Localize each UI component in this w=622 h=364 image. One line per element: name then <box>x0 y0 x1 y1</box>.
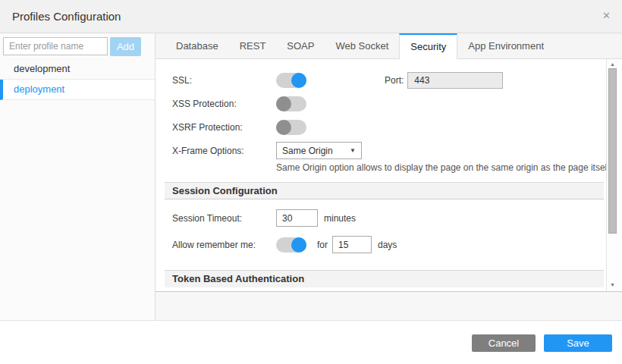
page-title: Profiles Configuration <box>0 0 622 33</box>
xss-row: XSS Protection: <box>172 95 599 112</box>
ssl-toggle[interactable] <box>276 73 306 88</box>
remember-me-toggle[interactable] <box>276 237 306 253</box>
profiles-sidebar: Add development deployment <box>0 33 156 320</box>
scroll-up-icon[interactable]: ▲ <box>607 61 618 68</box>
xsrf-row: XSRF Protection: <box>172 118 599 136</box>
tab-database[interactable]: Database <box>165 33 229 58</box>
remember-me-row: Allow remember me: for days <box>172 236 599 253</box>
dialog-footer: Cancel Save <box>0 321 622 363</box>
port-label: Port: <box>385 75 404 86</box>
dialog-header: Profiles Configuration ✕ <box>0 0 622 33</box>
toggle-knob <box>291 237 306 253</box>
session-timeout-input[interactable] <box>276 209 318 227</box>
profile-item-development[interactable]: development <box>0 59 155 80</box>
tab-soap[interactable]: SOAP <box>276 33 325 58</box>
token-authentication-header: Token Based Authentication <box>165 270 604 287</box>
xframe-label: X-Frame Options: <box>172 146 276 156</box>
close-icon[interactable]: ✕ <box>602 11 611 20</box>
xframe-hint-text: Same Origin option allows to display the… <box>276 162 599 173</box>
session-timeout-unit: minutes <box>324 213 356 224</box>
vertical-scrollbar[interactable]: ▲ ▼ <box>606 59 617 291</box>
profiles-configuration-dialog: Profiles Configuration ✕ Add development… <box>0 0 622 364</box>
remember-me-unit: days <box>378 240 397 250</box>
scroll-down-icon[interactable]: ▼ <box>607 281 618 289</box>
xss-label: XSS Protection: <box>172 99 276 109</box>
tab-security[interactable]: Security <box>399 33 457 59</box>
panel-footer-strip <box>156 292 622 320</box>
profile-item-deployment[interactable]: deployment <box>0 80 155 100</box>
dialog-body: Add development deployment Database REST… <box>0 33 622 321</box>
cancel-button[interactable]: Cancel <box>472 334 536 352</box>
tab-rest[interactable]: REST <box>229 33 277 58</box>
profile-name-input[interactable] <box>3 37 108 55</box>
remember-me-days-input[interactable] <box>332 236 372 253</box>
session-configuration-header: Session Configuration <box>165 182 604 199</box>
xss-toggle[interactable] <box>276 96 306 111</box>
add-profile-row: Add <box>0 33 155 59</box>
save-button[interactable]: Save <box>544 334 612 352</box>
xframe-selected-value: Same Origin <box>282 146 333 156</box>
port-input[interactable] <box>407 72 503 89</box>
tab-bar: Database REST SOAP Web Socket Security A… <box>156 33 622 59</box>
remember-me-for-text: for <box>317 240 328 250</box>
chevron-down-icon: ▼ <box>350 147 356 154</box>
toggle-knob <box>291 73 306 88</box>
session-timeout-label: Session Timeout: <box>172 213 276 224</box>
ssl-row: SSL: Port: <box>172 71 599 89</box>
tab-app-environment[interactable]: App Environment <box>457 33 554 58</box>
tab-web-socket[interactable]: Web Socket <box>325 33 399 58</box>
add-profile-button[interactable]: Add <box>110 37 141 56</box>
scrollbar-thumb[interactable] <box>608 68 617 234</box>
toggle-knob <box>276 120 291 135</box>
xsrf-toggle[interactable] <box>276 120 306 135</box>
remember-me-label: Allow remember me: <box>172 240 276 250</box>
tab-content-area: Database REST SOAP Web Socket Security A… <box>156 33 622 320</box>
xframe-options-select[interactable]: Same Origin ▼ <box>276 142 362 159</box>
xframe-row: X-Frame Options: Same Origin ▼ <box>172 142 599 159</box>
ssl-label: SSL: <box>172 75 276 86</box>
xsrf-label: XSRF Protection: <box>172 122 276 133</box>
toggle-knob <box>276 96 291 111</box>
session-timeout-row: Session Timeout: minutes <box>172 209 599 227</box>
security-settings-panel: SSL: Port: XSS Protection: XSRF Protecti… <box>156 59 622 292</box>
